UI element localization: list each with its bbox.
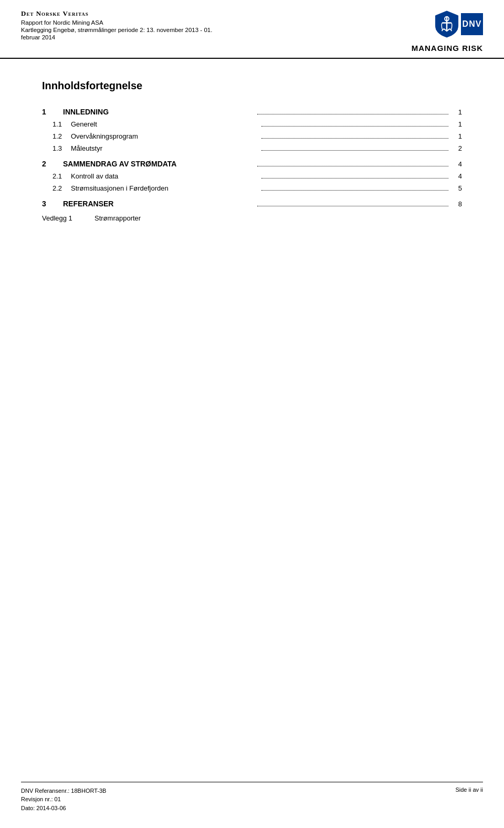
toc-dots-1: [257, 114, 448, 114]
subtitle-line2: februar 2014: [21, 34, 412, 40]
toc-label-2-2: Strømsituasjonen i Førdefjorden: [71, 184, 258, 192]
managing-risk-text: MANAGING RISK: [412, 44, 483, 53]
appendix-label: Vedlegg 1: [42, 214, 94, 222]
toc-item-2: 2 SAMMENDRAG AV STRØMDATA 4: [42, 160, 462, 168]
footer-revision: Revisjon nr.: 01: [21, 795, 106, 804]
toc-label-2-1: Kontroll av data: [71, 172, 258, 180]
main-content: Innholdsfortegnelse 1 INNLEDNING 1 1.1 G…: [0, 59, 504, 254]
toc-page-1-1: 1: [452, 120, 462, 128]
toc-item-1-3: 1.3 Måleutstyr 2: [42, 144, 462, 152]
toc-appendix: Vedlegg 1 Strømrapporter: [42, 214, 462, 222]
toc-item-1: 1 INNLEDNING 1: [42, 108, 462, 116]
toc-dots-2-2: [261, 190, 449, 191]
toc-label-3: REFERANSER: [63, 200, 254, 208]
toc-dots-1-3: [261, 150, 449, 151]
report-for: Rapport for Nordic Mining ASA: [21, 19, 412, 26]
toc-item-1-1: 1.1 Generelt 1: [42, 120, 462, 128]
toc-heading: Innholdsfortegnelse: [42, 80, 462, 92]
company-name: Det Norske Veritas: [21, 9, 412, 18]
toc-list: 1 INNLEDNING 1 1.1 Generelt 1 1.2 Overvå…: [42, 108, 462, 222]
header: Det Norske Veritas Rapport for Nordic Mi…: [0, 0, 504, 59]
toc-number-3: 3: [42, 200, 63, 208]
footer-left: DNV Referansenr.: 18BHORT-3B Revisjon nr…: [21, 787, 106, 813]
toc-item-2-1: 2.1 Kontroll av data 4: [42, 172, 462, 180]
toc-number-1: 1: [42, 108, 63, 116]
toc-item-3: 3 REFERANSER 8: [42, 200, 462, 208]
toc-label-1-2: Overvåkningsprogram: [71, 132, 258, 140]
appendix-title: Strømrapporter: [94, 214, 141, 222]
toc-page-2: 4: [452, 160, 462, 168]
dnv-logo-area: DNV: [434, 9, 483, 38]
toc-page-2-1: 4: [452, 172, 462, 180]
footer-ref: DNV Referansenr.: 18BHORT-3B: [21, 787, 106, 795]
toc-label-1-1: Generelt: [71, 120, 258, 128]
dnv-shield-icon: [434, 9, 460, 38]
dnv-label: DNV: [461, 13, 483, 35]
toc-number-1-1: 1.1: [42, 120, 71, 128]
toc-label-2: SAMMENDRAG AV STRØMDATA: [63, 160, 254, 168]
toc-dots-3: [257, 206, 448, 206]
toc-page-2-2: 5: [452, 184, 462, 192]
subtitle-line1: Kartlegging Engebø, strømmålinger period…: [21, 27, 412, 33]
toc-dots-1-1: [261, 126, 449, 127]
toc-number-2-1: 2.1: [42, 172, 71, 180]
toc-dots-2: [257, 166, 448, 166]
toc-dots-1-2: [261, 138, 449, 139]
footer-page: Side ii av ii: [455, 787, 483, 793]
toc-item-1-2: 1.2 Overvåkningsprogram 1: [42, 132, 462, 140]
page: Det Norske Veritas Rapport for Nordic Mi…: [0, 0, 504, 828]
toc-page-1-2: 1: [452, 132, 462, 140]
toc-label-1-3: Måleutstyr: [71, 144, 258, 152]
toc-page-1: 1: [452, 108, 462, 116]
header-right: DNV MANAGING RISK: [412, 9, 483, 53]
toc-number-1-2: 1.2: [42, 132, 71, 140]
toc-page-1-3: 2: [452, 144, 462, 152]
toc-number-2-2: 2.2: [42, 184, 71, 192]
footer-date: Dato: 2014-03-06: [21, 804, 106, 813]
toc-item-2-2: 2.2 Strømsituasjonen i Førdefjorden 5: [42, 184, 462, 192]
toc-number-1-3: 1.3: [42, 144, 71, 152]
toc-page-3: 8: [452, 200, 462, 208]
toc-number-2: 2: [42, 160, 63, 168]
toc-label-1: INNLEDNING: [63, 108, 254, 116]
toc-dots-2-1: [261, 178, 449, 179]
footer: DNV Referansenr.: 18BHORT-3B Revisjon nr…: [21, 782, 483, 813]
header-left: Det Norske Veritas Rapport for Nordic Mi…: [21, 9, 412, 41]
